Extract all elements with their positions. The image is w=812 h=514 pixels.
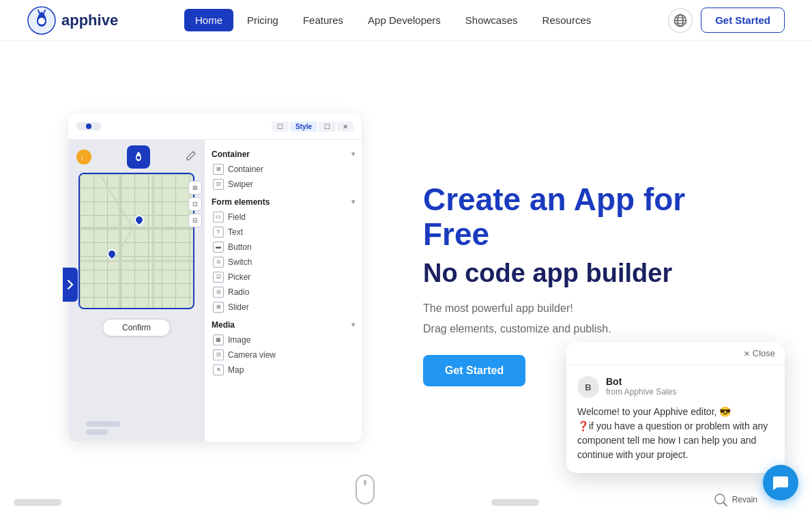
map-roads (80, 174, 193, 308)
picker-icon: ☑ (213, 272, 224, 283)
panel-item-text-label: Text (228, 227, 243, 237)
style-tab-style[interactable]: Style (290, 122, 317, 132)
chat-widget: × Close B Bot from Apphive Sales Welcome… (566, 342, 785, 473)
panel-item-swiper-label: Swiper (228, 180, 253, 189)
panel-item-picker-label: Picker (228, 272, 250, 282)
panel-item-slider-label: Slider (228, 302, 249, 312)
section-form: Form elements ▾ (212, 197, 355, 207)
nav-showcases[interactable]: Showcases (454, 9, 529, 31)
style-tab-1[interactable]: ☐ (272, 122, 289, 132)
search-review-icon (713, 492, 728, 507)
phone-app-logo (127, 145, 150, 169)
container-icon: ⊞ (213, 164, 224, 175)
nav-home[interactable]: Home (184, 9, 233, 31)
style-tab-3[interactable]: ☐ (319, 122, 336, 132)
panel-item-map[interactable]: ✕ Map (212, 362, 355, 377)
panel-item-camera[interactable]: ⊡ Camera view (212, 347, 355, 362)
language-selector[interactable] (668, 8, 693, 33)
image-icon: ▦ (213, 334, 224, 345)
scroll-bars (86, 421, 120, 435)
nav-get-started-button[interactable]: Get Started (701, 8, 785, 33)
phone-canvas: ! (68, 140, 205, 442)
panel-item-radio[interactable]: ◎ Radio (212, 285, 355, 300)
chat-header: × Close (566, 342, 785, 365)
logo[interactable]: apphive (27, 6, 118, 35)
panel-item-button[interactable]: ▬ Button (212, 240, 355, 255)
switch-icon: ⊙ (213, 257, 224, 268)
nav-features[interactable]: Features (292, 9, 354, 31)
section-media-label: Media (212, 320, 235, 330)
section-media: Media ▾ (212, 320, 355, 330)
panel-item-button-label: Button (228, 242, 252, 252)
revain-label: Revain (732, 495, 757, 504)
svg-text:!: ! (81, 154, 83, 161)
style-tabs: ☐ Style ☐ ✕ (272, 122, 353, 132)
nav-pricing[interactable]: Pricing (236, 9, 289, 31)
notification-icon: ! (80, 153, 88, 161)
phone-side-icons: ⊞ ⊡ ⊟ (188, 181, 202, 227)
phone-side-icon-2[interactable]: ⊡ (188, 197, 202, 211)
slider-icon: ⊞ (213, 302, 224, 313)
nav-links: Home Pricing Features App Developers Sho… (184, 9, 602, 31)
editor-mockup: ☐ Style ☐ ✕ ! (41, 100, 382, 469)
svg-line-13 (100, 174, 133, 227)
radio-icon: ◎ (213, 287, 224, 298)
sidebar-toggle[interactable] (63, 268, 78, 302)
bottom-scroll-right (491, 499, 539, 506)
map-icon: ✕ (213, 365, 224, 375)
svg-line-14 (113, 227, 133, 261)
panel-item-slider[interactable]: ⊞ Slider (212, 300, 355, 315)
panel-item-container[interactable]: ⊞ Container (212, 162, 355, 177)
panel-item-picker[interactable]: ☑ Picker (212, 270, 355, 285)
panel-item-switch[interactable]: ⊙ Switch (212, 255, 355, 270)
editor-pill-group (76, 122, 101, 130)
close-icon: × (744, 347, 750, 359)
component-panel: Container ▾ ⊞ Container ⊡ Swiper Form el… (205, 140, 362, 442)
chat-message: Welcome! to your Apphive editor, 😎 ❓if y… (577, 405, 774, 462)
svg-line-16 (723, 502, 727, 506)
chat-avatar: B (577, 376, 599, 398)
swiper-icon: ⊡ (213, 179, 224, 190)
chevron-down-icon-3: ▾ (351, 321, 355, 328)
nav-resources[interactable]: Resources (532, 9, 603, 31)
chat-agent-row: B Bot from Apphive Sales (577, 376, 774, 398)
chevron-down-icon-2: ▾ (351, 198, 355, 205)
phone-confirm-button[interactable]: Confirm (102, 319, 171, 337)
chat-fab-button[interactable] (763, 465, 798, 500)
editor-frame: ☐ Style ☐ ✕ ! (68, 114, 362, 442)
panel-item-map-label: Map (228, 365, 244, 375)
section-container: Container ▾ (212, 149, 355, 159)
chat-close-label: Close (753, 348, 775, 358)
globe-icon (673, 14, 687, 27)
nav-app-developers[interactable]: App Developers (357, 9, 452, 31)
button-icon: ▬ (213, 242, 224, 253)
chat-agent-company: from Apphive Sales (606, 387, 676, 397)
editor-body: ! (68, 140, 362, 442)
editor-topbar: ☐ Style ☐ ✕ (68, 114, 362, 140)
panel-item-field[interactable]: ▭ Field (212, 210, 355, 225)
field-icon: ▭ (213, 212, 224, 223)
bottom-scroll-left (14, 499, 61, 506)
logo-icon (27, 6, 56, 35)
section-container-label: Container (212, 149, 250, 159)
phone-side-icon-1[interactable]: ⊞ (188, 181, 202, 195)
revain-badge: Revain (713, 492, 757, 507)
phone-side-icon-3[interactable]: ⊟ (188, 214, 202, 227)
logo-text: apphive (61, 12, 118, 29)
panel-item-radio-label: Radio (228, 287, 249, 297)
hero-get-started-button[interactable]: Get Started (423, 355, 525, 386)
panel-item-text[interactable]: T Text (212, 225, 355, 240)
edit-icon[interactable] (186, 150, 197, 163)
scroll-bar-1 (86, 421, 120, 427)
nav-right: Get Started (668, 8, 785, 33)
panel-item-switch-label: Switch (228, 257, 252, 267)
chat-close-button[interactable]: × Close (744, 347, 775, 359)
text-icon: T (213, 227, 224, 238)
panel-item-swiper[interactable]: ⊡ Swiper (212, 177, 355, 192)
hero-desc-line2: Drag elements, customize and publish. (423, 321, 757, 337)
style-tab-4[interactable]: ✕ (337, 122, 353, 132)
panel-item-image[interactable]: ▦ Image (212, 332, 355, 347)
panel-item-image-label: Image (228, 335, 250, 345)
panel-item-field-label: Field (228, 212, 246, 222)
phone-topbar: ! (74, 145, 199, 173)
